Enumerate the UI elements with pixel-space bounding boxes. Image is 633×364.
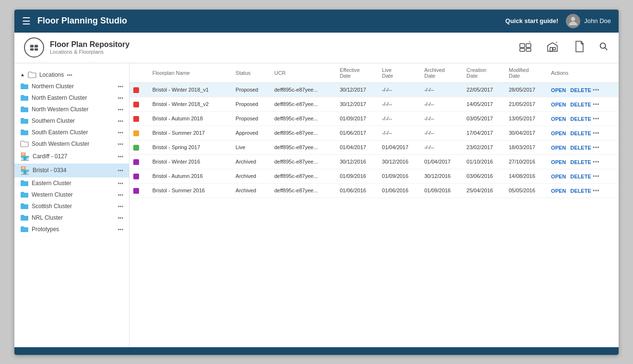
sidebar-item-scottish-cluster[interactable]: Scottish Cluster •••: [14, 200, 129, 212]
col-header-live: LiveDate: [378, 63, 421, 83]
sidebar-item-bristol-0334[interactable]: 🏪 Bristol - 0334 •••: [14, 164, 129, 177]
add-document-button[interactable]: +: [572, 39, 587, 56]
sidebar-item-cardiff-0127[interactable]: 🏪 Cardiff - 0127 •••: [14, 150, 129, 164]
creation-date: 14/05/2017: [463, 97, 505, 111]
search-button[interactable]: [598, 41, 609, 54]
open-button[interactable]: OPEN: [551, 188, 566, 194]
col-header-effective: EffectiveDate: [336, 63, 378, 83]
sidebar-item-more[interactable]: •••: [117, 226, 123, 232]
sidebar-item-label: Southern Cluster: [32, 117, 115, 124]
sidebar-item-more[interactable]: •••: [117, 192, 123, 198]
open-button[interactable]: OPEN: [551, 116, 566, 122]
sidebar-item-label: Northern Cluster: [32, 83, 115, 90]
sidebar-item-western-cluster[interactable]: Western Cluster •••: [14, 189, 129, 200]
row-more-button[interactable]: •••: [593, 144, 599, 151]
sidebar-item-north-eastern-cluster[interactable]: North Eastern Cluster •••: [14, 92, 129, 104]
live-date: 30/12/2016: [378, 154, 421, 169]
modified-date: 27/10/2016: [505, 154, 547, 169]
floorplan-ucr: deff895c-e87yee...: [270, 154, 336, 169]
modified-date: 21/05/2017: [505, 97, 547, 111]
locations-more-btn[interactable]: •••: [67, 72, 72, 78]
sidebar-item-more[interactable]: •••: [117, 215, 123, 221]
open-button[interactable]: OPEN: [551, 130, 566, 136]
sidebar-item-more[interactable]: •••: [117, 167, 123, 173]
live-date: -/-/--: [378, 126, 421, 140]
sidebar-item-nrl-cluster[interactable]: NRL Cluster •••: [14, 212, 129, 223]
archived-date: -/-/--: [421, 97, 463, 111]
status-indicator: [129, 126, 149, 140]
store-icon: 🏪: [20, 166, 30, 175]
sidebar-item-more[interactable]: •••: [117, 153, 123, 159]
sidebar-item-northern-cluster[interactable]: Northern Cluster •••: [14, 81, 129, 92]
effective-date: 01/09/2017: [336, 111, 378, 126]
floorplan-ucr: deff895c-e87yee...: [270, 126, 336, 140]
chevron-icon: ▲: [20, 72, 25, 77]
add-store-button[interactable]: +: [545, 39, 560, 56]
svg-rect-2: [35, 45, 38, 48]
open-button[interactable]: OPEN: [551, 174, 566, 179]
sidebar-item-more[interactable]: •••: [117, 118, 123, 124]
archived-date: -/-/--: [421, 126, 463, 140]
floorplan-status: Proposed: [232, 111, 270, 126]
floorplan-status: Live: [232, 140, 270, 154]
quick-start-link[interactable]: Quick start guide!: [505, 17, 559, 24]
col-header-creation: CreationDate: [463, 63, 505, 83]
row-more-button[interactable]: •••: [593, 101, 599, 108]
floorplans-table: Floorplan Name Status UCR EffectiveDate …: [129, 63, 619, 198]
store-icon: 🏪: [20, 152, 30, 161]
delete-button[interactable]: DELETE: [570, 130, 591, 136]
open-button[interactable]: OPEN: [551, 159, 566, 165]
sidebar-item-label: Eastern Cluster: [32, 180, 115, 187]
creation-date: 22/05/2017: [463, 82, 505, 97]
sidebar-item-more[interactable]: •••: [117, 106, 123, 112]
add-layout-button[interactable]: +: [518, 39, 533, 56]
sidebar-item-more[interactable]: •••: [117, 203, 123, 209]
sidebar-item-more[interactable]: •••: [117, 129, 123, 135]
sidebar-item-north-western-cluster[interactable]: North Western Cluster •••: [14, 104, 129, 115]
creation-date: 03/05/2017: [463, 111, 505, 126]
delete-button[interactable]: DELETE: [570, 188, 591, 194]
sidebar-item-label: South Eastern Cluster: [32, 129, 115, 136]
floorplan-name: Bristol - Winter 2016: [149, 154, 232, 169]
delete-button[interactable]: DELETE: [570, 102, 591, 107]
sub-header: Floor Plan Repository Locations & Floorp…: [14, 33, 619, 63]
locations-header[interactable]: ▲ Locations •••: [14, 69, 129, 81]
open-button[interactable]: OPEN: [551, 102, 566, 107]
table-row: Bristol - Winter 2018_v1 Proposed deff89…: [129, 82, 619, 97]
sidebar-item-more[interactable]: •••: [117, 141, 123, 147]
delete-button[interactable]: DELETE: [570, 145, 591, 151]
effective-date: 01/04/2017: [336, 140, 378, 154]
row-more-button[interactable]: •••: [593, 158, 599, 165]
locations-folder-icon: [28, 71, 36, 78]
table-row: Bristol - Summer 2017 Approved deff895c-…: [129, 126, 619, 140]
row-more-button[interactable]: •••: [593, 173, 599, 180]
row-more-button[interactable]: •••: [593, 187, 599, 194]
sidebar-item-prototypes[interactable]: Prototypes •••: [14, 223, 129, 235]
modified-date: 13/05/2017: [505, 111, 547, 126]
row-more-button[interactable]: •••: [593, 129, 599, 137]
sidebar-item-southern-cluster[interactable]: Southern Cluster •••: [14, 115, 129, 127]
sidebar-item-south-western-cluster[interactable]: South Western Cluster •••: [14, 138, 129, 150]
delete-button[interactable]: DELETE: [570, 87, 591, 93]
creation-date: 03/06/2016: [463, 169, 505, 183]
row-more-button[interactable]: •••: [593, 86, 599, 94]
delete-button[interactable]: DELETE: [570, 116, 591, 122]
floorplan-name: Bristol - Spring 2017: [149, 140, 232, 154]
delete-button[interactable]: DELETE: [570, 159, 591, 165]
sidebar-item-label: South Western Cluster: [32, 141, 115, 147]
floorplan-name: Bristol - Autumn 2016: [149, 169, 232, 183]
sidebar-item-eastern-cluster[interactable]: Eastern Cluster •••: [14, 177, 129, 189]
sidebar-item-more[interactable]: •••: [117, 180, 123, 186]
folder-full-icon: [20, 83, 29, 90]
sidebar-item-more[interactable]: •••: [117, 95, 123, 101]
modified-date: 14/08/2016: [505, 169, 547, 183]
open-button[interactable]: OPEN: [551, 87, 566, 93]
delete-button[interactable]: DELETE: [570, 174, 591, 179]
archived-date: -/-/--: [421, 111, 463, 126]
hamburger-icon[interactable]: ☰: [22, 15, 31, 27]
row-more-button[interactable]: •••: [593, 115, 599, 122]
sidebar-item-south-eastern-cluster[interactable]: South Eastern Cluster •••: [14, 127, 129, 138]
open-button[interactable]: OPEN: [551, 145, 566, 151]
floorplan-status: Archived: [232, 154, 270, 169]
sidebar-item-more[interactable]: •••: [117, 83, 123, 89]
